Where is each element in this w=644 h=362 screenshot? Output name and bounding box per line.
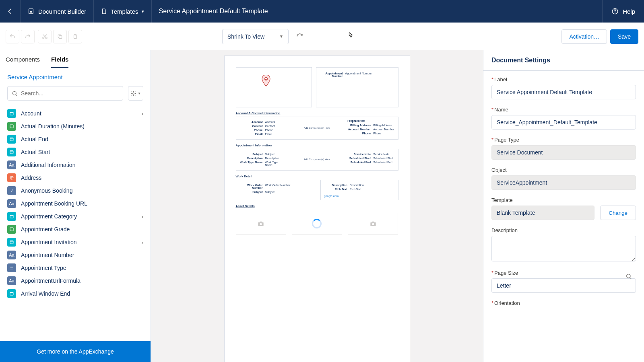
field-item[interactable]: Address: [0, 171, 151, 184]
field-item[interactable]: ✓Anonymous Booking: [0, 184, 151, 197]
name-input[interactable]: [491, 115, 636, 130]
field-type-icon: Aa: [7, 160, 16, 169]
svg-rect-22: [10, 228, 13, 231]
change-template-button[interactable]: Change: [600, 206, 636, 220]
copy-icon: [57, 34, 63, 39]
field-item[interactable]: Actual Duration (Minutes): [0, 120, 151, 133]
camera-icon: [258, 221, 264, 226]
kv-key: Appointment Number: [320, 72, 343, 78]
chevron-down-icon: ▾: [142, 9, 144, 14]
chevron-right-icon: ›: [142, 239, 143, 245]
settings-heading: Document Settings: [483, 50, 644, 71]
field-label: Appointment Booking URL: [21, 200, 87, 207]
drop-zone[interactable]: Add Component(s) Here: [290, 117, 344, 139]
field-type-icon: [7, 109, 16, 118]
template-value: Blank Template: [491, 206, 594, 220]
field-type-icon: [7, 263, 16, 272]
svg-rect-30: [260, 222, 262, 223]
svg-rect-14: [10, 125, 13, 128]
chevron-right-icon: ›: [142, 111, 143, 117]
asset-image-placeholder[interactable]: [236, 213, 286, 234]
field-type-icon: Aa: [7, 251, 16, 259]
field-label: Address: [21, 175, 41, 181]
pagesize-input[interactable]: [491, 278, 636, 293]
field-label: Appointment Invitation: [21, 239, 77, 245]
field-item[interactable]: Actual Start: [0, 146, 151, 158]
builder-name[interactable]: Document Builder: [21, 0, 94, 23]
undo-icon: [9, 33, 16, 40]
svg-rect-26: [10, 292, 13, 293]
cut-icon: [42, 33, 48, 39]
field-item[interactable]: AaAdditional Information: [0, 158, 151, 171]
appexchange-link[interactable]: Get more on the AppExchange: [0, 341, 151, 362]
tab-fields[interactable]: Fields: [51, 56, 68, 68]
object-breadcrumb[interactable]: Service Appointment: [0, 68, 151, 83]
field-item[interactable]: Appointment Invitation›: [0, 236, 151, 249]
gear-icon: [130, 90, 136, 97]
paste-button[interactable]: [68, 30, 82, 43]
redo-button[interactable]: [21, 30, 35, 43]
field-label: Arrival Window End: [21, 290, 70, 297]
field-item[interactable]: AaAppointment Booking URL: [0, 197, 151, 210]
top-bar: Document Builder Templates ▾ Service App…: [0, 0, 644, 23]
tab-components[interactable]: Components: [6, 56, 40, 68]
object-lbl: Object: [491, 167, 636, 173]
section-title: Asset Details: [236, 204, 398, 208]
field-item[interactable]: Appointment Grade: [0, 223, 151, 236]
svg-rect-16: [10, 138, 13, 139]
back-button[interactable]: [0, 0, 21, 23]
left-panel: Components Fields Service Appointment ▼ …: [0, 50, 151, 362]
field-item[interactable]: Account›: [0, 107, 151, 120]
templates-dropdown[interactable]: Templates ▾: [94, 0, 151, 23]
refresh-button[interactable]: [293, 30, 306, 43]
chevron-down-icon: ▼: [138, 92, 141, 95]
builder-label: Document Builder: [38, 8, 86, 15]
svg-point-29: [260, 223, 262, 225]
field-item[interactable]: Arrival Window End: [0, 287, 151, 300]
search-input[interactable]: [21, 90, 119, 97]
field-item[interactable]: AaAppointment Number: [0, 249, 151, 261]
drop-zone[interactable]: Add Component(s) Here: [290, 149, 344, 170]
document-page[interactable]: Appointment NumberAppointment Number Acc…: [225, 56, 410, 362]
field-item[interactable]: AaAppointmentUrlFormula: [0, 274, 151, 287]
search-icon: [625, 273, 632, 281]
header-detail-box[interactable]: Appointment NumberAppointment Number: [316, 67, 398, 107]
field-settings-button[interactable]: ▼: [128, 86, 143, 101]
document-icon: [28, 8, 34, 14]
field-type-icon: [7, 135, 16, 144]
svg-point-4: [615, 12, 615, 13]
cut-button[interactable]: [38, 30, 52, 43]
template-lbl: Template: [491, 197, 636, 203]
field-item[interactable]: Actual End: [0, 133, 151, 146]
section-appointment[interactable]: SubjectSubjectDescriptionDescriptionWork…: [236, 149, 398, 171]
activation-button[interactable]: Activation…: [561, 29, 607, 44]
arrow-left-icon: [6, 8, 14, 15]
save-button[interactable]: Save: [610, 29, 638, 44]
zoom-select[interactable]: Shrink To View ▼: [222, 29, 289, 44]
field-type-icon: [7, 148, 16, 156]
search-icon: [12, 90, 18, 97]
label-input[interactable]: [491, 85, 636, 99]
description-input[interactable]: [491, 236, 636, 261]
question-icon: [611, 8, 619, 15]
pagetype-lbl: *Page Type: [491, 137, 636, 143]
section-title: Account & Contact Information: [236, 111, 398, 115]
pagetype-value: Service Document: [491, 145, 636, 160]
field-item[interactable]: Appointment Type: [0, 261, 151, 274]
section-account[interactable]: AccountAccountContactContactPhonePhoneEm…: [236, 117, 398, 140]
object-value: ServiceAppointment: [491, 175, 636, 190]
field-type-icon: Aa: [7, 199, 16, 208]
svg-rect-24: [10, 241, 13, 242]
asset-row[interactable]: [236, 210, 398, 238]
field-label: Additional Information: [21, 162, 75, 168]
pagesize-lbl: *Page Size: [491, 270, 636, 276]
map-placeholder[interactable]: [236, 67, 312, 107]
field-label: Actual Start: [21, 149, 50, 155]
field-item[interactable]: Appointment Category›: [0, 210, 151, 223]
copy-button[interactable]: [53, 30, 67, 43]
undo-button[interactable]: [6, 30, 19, 43]
section-work-detail[interactable]: Work Order NumberWork Order NumberSubjec…: [236, 180, 398, 200]
asset-image-placeholder[interactable]: [348, 213, 398, 234]
help-button[interactable]: Help: [602, 0, 644, 23]
camera-icon: [370, 221, 376, 226]
